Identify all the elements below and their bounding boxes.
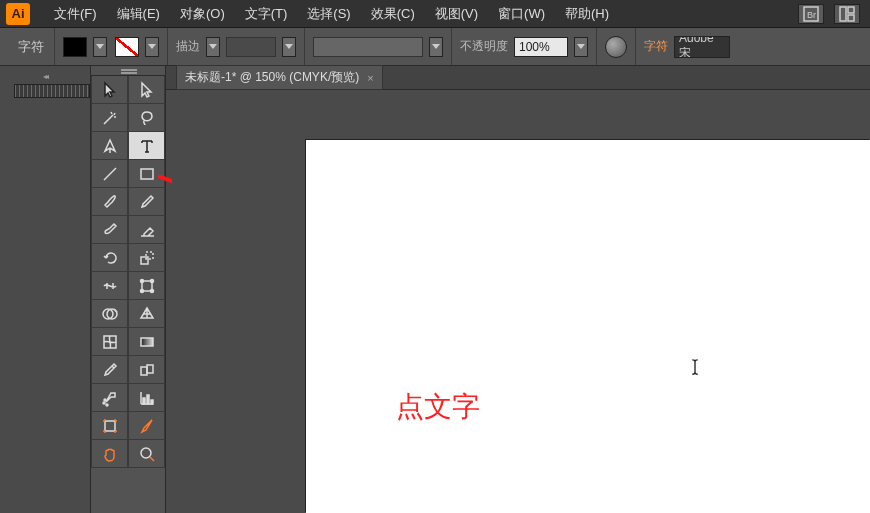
character-link[interactable]: 字符 [644, 38, 668, 55]
artboard-tool[interactable] [91, 412, 128, 440]
rectangle-tool[interactable] [128, 160, 165, 188]
character-panel-label: 字符 [8, 38, 54, 56]
line-segment-tool[interactable] [91, 160, 128, 188]
stroke-color-swatch[interactable] [115, 37, 139, 57]
svg-point-27 [141, 448, 151, 458]
eraser-tool[interactable] [128, 216, 165, 244]
menu-view[interactable]: 视图(V) [425, 1, 488, 27]
svg-rect-24 [147, 395, 149, 404]
app-logo: Ai [6, 3, 30, 25]
document-tab-bar: 未标题-1* @ 150% (CMYK/预览) × [166, 66, 870, 90]
menu-effect[interactable]: 效果(C) [361, 1, 425, 27]
svg-rect-19 [147, 365, 153, 373]
pencil-tool[interactable] [128, 188, 165, 216]
stroke-weight-dropdown[interactable] [282, 37, 296, 57]
left-dock [0, 66, 90, 513]
font-family-select[interactable]: Adobe 宋 [674, 36, 730, 58]
menu-select[interactable]: 选择(S) [297, 1, 360, 27]
svg-rect-17 [141, 338, 153, 346]
tools-panel [90, 66, 166, 513]
menu-bar: Ai 文件(F) 编辑(E) 对象(O) 文字(T) 选择(S) 效果(C) 视… [0, 0, 870, 28]
mesh-tool[interactable] [91, 328, 128, 356]
eyedropper-tool[interactable] [91, 356, 128, 384]
stroke-weight-label: 描边 [176, 38, 200, 55]
paintbrush-tool[interactable] [91, 188, 128, 216]
collapse-handle[interactable] [0, 72, 90, 80]
width-tool[interactable] [91, 272, 128, 300]
symbol-sprayer-tool[interactable] [91, 384, 128, 412]
workspace: 未标题-1* @ 150% (CMYK/预览) × 点文字 [0, 66, 870, 513]
rotate-tool[interactable] [91, 244, 128, 272]
svg-rect-18 [141, 367, 147, 375]
svg-point-22 [104, 399, 106, 401]
magic-wand-tool[interactable] [91, 104, 128, 132]
menu-window[interactable]: 窗口(W) [488, 1, 555, 27]
slice-tool[interactable] [128, 412, 165, 440]
svg-rect-26 [105, 421, 115, 431]
svg-line-5 [104, 168, 116, 180]
text-cursor-icon [686, 358, 704, 381]
svg-point-11 [150, 279, 153, 282]
close-tab-icon[interactable]: × [367, 72, 373, 84]
svg-rect-7 [141, 257, 148, 264]
svg-point-13 [150, 289, 153, 292]
tab-ruler[interactable] [14, 84, 90, 98]
shape-builder-tool[interactable] [91, 300, 128, 328]
svg-text:Br: Br [807, 10, 816, 20]
menu-object[interactable]: 对象(O) [170, 1, 235, 27]
svg-rect-23 [143, 398, 145, 404]
svg-point-21 [106, 404, 108, 406]
svg-line-28 [150, 457, 154, 461]
type-tool[interactable] [128, 132, 165, 160]
opacity-input[interactable]: 100% [514, 37, 568, 57]
menu-type[interactable]: 文字(T) [235, 1, 298, 27]
fill-dropdown[interactable] [93, 37, 107, 57]
pen-tool[interactable] [91, 132, 128, 160]
annotation-text: 点文字 [396, 388, 480, 426]
menu-edit[interactable]: 编辑(E) [107, 1, 170, 27]
brush-definition-dropdown[interactable] [429, 37, 443, 57]
gradient-tool[interactable] [128, 328, 165, 356]
direct-selection-tool[interactable] [128, 76, 165, 104]
opacity-label: 不透明度 [460, 38, 508, 55]
brush-definition[interactable] [313, 37, 423, 57]
stroke-weight-value[interactable] [226, 37, 276, 57]
svg-rect-4 [848, 15, 854, 21]
svg-rect-6 [141, 169, 153, 179]
svg-rect-2 [840, 7, 846, 21]
svg-point-10 [140, 279, 143, 282]
artboard[interactable] [306, 140, 870, 513]
control-bar: 字符 描边 不透明度 100% 字符 Adobe 宋 [0, 28, 870, 66]
column-graph-tool[interactable] [128, 384, 165, 412]
svg-point-20 [103, 402, 105, 404]
arrange-documents-button[interactable] [834, 4, 860, 24]
stroke-color-dropdown[interactable] [145, 37, 159, 57]
bridge-button[interactable]: Br [798, 4, 824, 24]
opacity-dropdown[interactable] [574, 37, 588, 57]
document-tab[interactable]: 未标题-1* @ 150% (CMYK/预览) × [176, 65, 383, 90]
tools-grip[interactable] [91, 66, 165, 76]
free-transform-tool[interactable] [128, 272, 165, 300]
svg-rect-8 [146, 252, 153, 259]
menu-help[interactable]: 帮助(H) [555, 1, 619, 27]
blob-brush-tool[interactable] [91, 216, 128, 244]
svg-rect-3 [848, 7, 854, 13]
scale-tool[interactable] [128, 244, 165, 272]
hand-tool[interactable] [91, 440, 128, 468]
menu-file[interactable]: 文件(F) [44, 1, 107, 27]
perspective-grid-tool[interactable] [128, 300, 165, 328]
fill-color-swatch[interactable] [63, 37, 87, 57]
document-tab-title: 未标题-1* @ 150% (CMYK/预览) [185, 69, 359, 86]
blend-tool[interactable] [128, 356, 165, 384]
stroke-weight-down[interactable] [206, 37, 220, 57]
recolor-artwork-button[interactable] [605, 36, 627, 58]
selection-tool[interactable] [91, 76, 128, 104]
svg-point-12 [140, 289, 143, 292]
lasso-tool[interactable] [128, 104, 165, 132]
canvas-area[interactable] [166, 90, 870, 513]
svg-rect-25 [151, 400, 153, 404]
zoom-tool[interactable] [128, 440, 165, 468]
